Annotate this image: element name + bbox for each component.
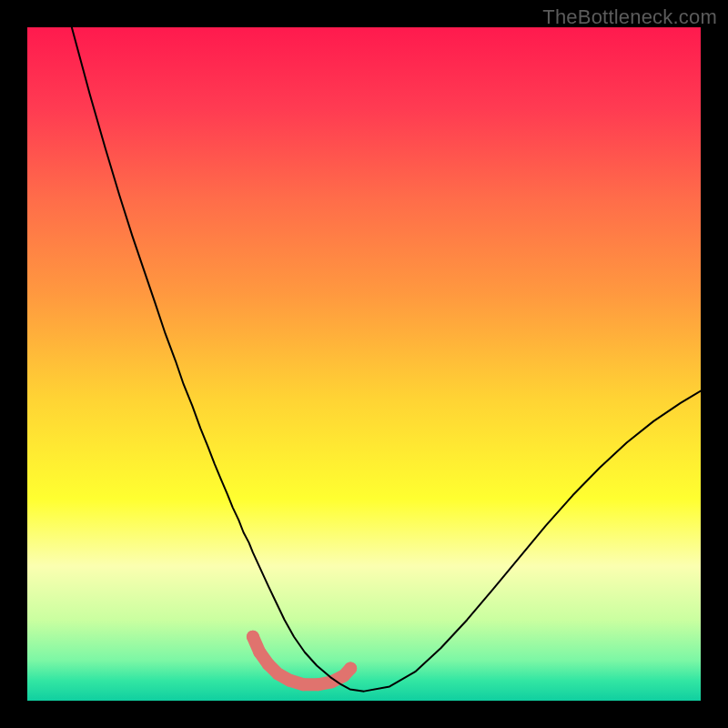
watermark-text: TheBottleneck.com <box>542 5 717 29</box>
plot-area <box>27 27 701 701</box>
chart-frame: TheBottleneck.com <box>0 0 728 728</box>
bottleneck-curve <box>27 27 701 701</box>
